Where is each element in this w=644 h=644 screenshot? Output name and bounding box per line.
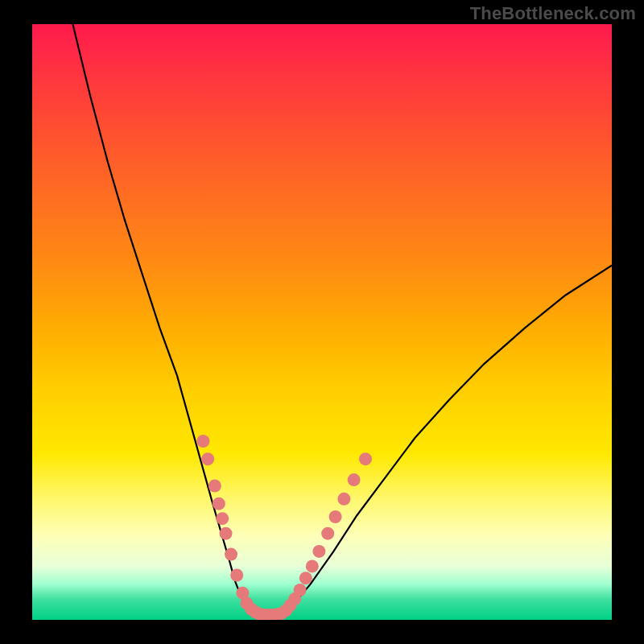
marker-dot	[359, 452, 372, 465]
marker-dot	[208, 480, 221, 493]
bottleneck-curve	[72, 24, 612, 617]
marker-dot	[337, 493, 350, 506]
marker-dot	[294, 584, 307, 597]
marker-dot	[230, 569, 243, 582]
marker-dot	[312, 545, 325, 558]
marker-dot	[348, 473, 361, 486]
marker-dot	[213, 497, 225, 510]
marker-dot	[299, 572, 312, 584]
chart-svg	[32, 24, 612, 620]
chart-canvas: TheBottleneck.com	[0, 0, 644, 644]
marker-dot	[306, 559, 319, 572]
marker-dots	[196, 435, 372, 620]
marker-dot	[225, 548, 237, 561]
marker-dot	[196, 435, 209, 448]
marker-dot	[201, 452, 214, 465]
marker-dot	[220, 527, 233, 540]
marker-dot	[329, 510, 342, 523]
marker-dot	[321, 527, 334, 540]
marker-dot	[216, 512, 229, 525]
watermark-text: TheBottleneck.com	[470, 3, 636, 24]
plot-area	[32, 24, 612, 620]
